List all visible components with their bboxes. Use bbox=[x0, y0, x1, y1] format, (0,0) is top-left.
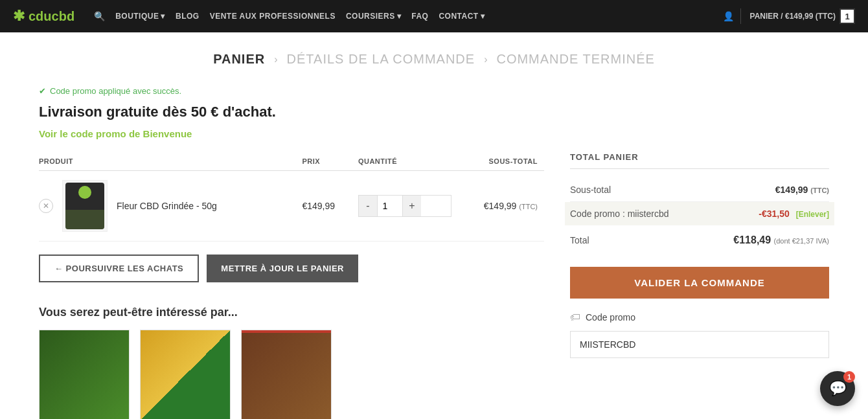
nav-coursiers[interactable]: COURSIERS ▾ bbox=[346, 12, 401, 21]
may-like-item[interactable] bbox=[241, 330, 332, 419]
breadcrumb: PANIER › DÉTAILS DE LA COMMANDE › COMMAN… bbox=[0, 32, 868, 80]
main-layout: PRODUIT PRIX QUANTITÉ SOUS-TOTAL ✕ bbox=[39, 152, 829, 419]
promo-bienvenue-link[interactable]: Voir le code promo de Bienvenue bbox=[39, 128, 829, 139]
summary-title: TOTAL PANIER bbox=[570, 152, 829, 169]
chat-icon: 💬 bbox=[829, 380, 847, 397]
may-like-title: Vous serez peut-être intéressé par... bbox=[39, 306, 544, 319]
cart-label: PANIER / €149,99 (TTC) bbox=[750, 12, 836, 21]
table-row: ✕ Fleur CBD Grindée - 50g €149,99 - bbox=[39, 171, 544, 242]
continue-shopping-button[interactable]: ← POURSUIVRE LES ACHATS bbox=[39, 255, 199, 282]
product-quantity: - + bbox=[358, 171, 458, 242]
nav-faq[interactable]: FAQ bbox=[411, 12, 428, 21]
product-price: €149,99 bbox=[302, 171, 358, 242]
cart-actions: ← POURSUIVRE LES ACHATS METTRE À JOUR LE… bbox=[39, 255, 544, 282]
total-label: Total bbox=[570, 235, 589, 245]
nav-blog[interactable]: BLOG bbox=[176, 12, 200, 21]
promo-toggle[interactable]: 🏷 Code promo bbox=[570, 311, 829, 323]
breadcrumb-terminee[interactable]: COMMANDE TERMINÉE bbox=[496, 52, 654, 67]
promo-code-section: 🏷 Code promo bbox=[570, 311, 829, 358]
quantity-increase-button[interactable]: + bbox=[403, 196, 421, 216]
breadcrumb-panier[interactable]: PANIER bbox=[213, 52, 265, 67]
checkout-button[interactable]: VALIDER LA COMMANDE bbox=[570, 267, 829, 299]
breadcrumb-chevron-2: › bbox=[484, 54, 487, 65]
breadcrumb-chevron-1: › bbox=[274, 54, 277, 65]
subtotal-label: Sous-total bbox=[570, 185, 611, 195]
quantity-control: - + bbox=[358, 195, 451, 217]
cart-count: 1 bbox=[839, 8, 855, 24]
quantity-input[interactable] bbox=[377, 196, 403, 216]
product-image-inner bbox=[65, 183, 104, 229]
summary-subtotal-row: Sous-total €149,99 (TTC) bbox=[570, 178, 829, 202]
promo-section-label: Code promo bbox=[586, 312, 635, 323]
may-like-items bbox=[39, 330, 544, 419]
product-image bbox=[62, 180, 108, 232]
remove-promo-link[interactable]: [Enlever] bbox=[796, 210, 829, 219]
total-value: €118,49 (dont €21,37 IVA) bbox=[733, 234, 829, 246]
may-like-item[interactable] bbox=[140, 330, 231, 419]
account-icon[interactable]: 👤 bbox=[723, 11, 734, 21]
search-icon[interactable]: 🔍 bbox=[94, 11, 105, 21]
product-name: Fleur CBD Grindée - 50g bbox=[117, 201, 217, 211]
breadcrumb-details[interactable]: DÉTAILS DE LA COMMANDE bbox=[287, 52, 475, 67]
chevron-down-icon: ▾ bbox=[481, 12, 485, 21]
summary-total-row: Total €118,49 (dont €21,37 IVA) bbox=[570, 225, 829, 255]
summary-promo-row: Code promo : miistercbd -€31,50 [Enlever… bbox=[565, 202, 834, 225]
may-like-item[interactable] bbox=[39, 330, 130, 419]
main-content: Code promo appliqué avec succès. Livrais… bbox=[0, 80, 868, 419]
cart-table: PRODUIT PRIX QUANTITÉ SOUS-TOTAL ✕ bbox=[39, 152, 544, 242]
promo-code-input[interactable] bbox=[570, 331, 829, 358]
cart-button[interactable]: PANIER / €149,99 (TTC) 1 bbox=[740, 8, 855, 24]
logo[interactable]: ✱ cducbd bbox=[13, 8, 74, 25]
logo-icon: ✱ bbox=[13, 8, 25, 25]
nav-contact[interactable]: CONTACT ▾ bbox=[439, 12, 485, 21]
col-sous-total: SOUS-TOTAL bbox=[458, 152, 544, 171]
product-cell: ✕ Fleur CBD Grindée - 50g bbox=[39, 171, 302, 242]
chevron-down-icon: ▾ bbox=[397, 12, 402, 21]
cart-section: PRODUIT PRIX QUANTITÉ SOUS-TOTAL ✕ bbox=[39, 152, 544, 419]
chat-badge: 1 bbox=[843, 371, 855, 383]
chevron-down-icon: ▾ bbox=[161, 12, 165, 21]
quantity-decrease-button[interactable]: - bbox=[359, 196, 377, 216]
nav-boutique[interactable]: BOUTIQUE ▾ bbox=[115, 12, 165, 21]
tag-icon: 🏷 bbox=[570, 311, 580, 323]
col-prix: PRIX bbox=[302, 152, 358, 171]
remove-product-button[interactable]: ✕ bbox=[39, 199, 53, 213]
header-right: 👤 PANIER / €149,99 (TTC) 1 bbox=[723, 8, 855, 24]
product-subtotal: €149,99 (TTC) bbox=[458, 171, 544, 242]
logo-text: cducbd bbox=[29, 9, 74, 24]
may-like-section: Vous serez peut-être intéressé par... bbox=[39, 306, 544, 419]
promo-success-message: Code promo appliqué avec succès. bbox=[39, 86, 829, 96]
subtotal-value: €149,99 (TTC) bbox=[775, 185, 829, 195]
nav-vente[interactable]: VENTE AUX PROFESSIONNELS bbox=[210, 12, 336, 21]
col-quantite: QUANTITÉ bbox=[358, 152, 458, 171]
main-nav: 🔍 BOUTIQUE ▾ BLOG VENTE AUX PROFESSIONNE… bbox=[94, 11, 709, 21]
col-produit: PRODUIT bbox=[39, 152, 302, 171]
update-cart-button[interactable]: METTRE À JOUR LE PANIER bbox=[207, 255, 358, 282]
header: ✱ cducbd 🔍 BOUTIQUE ▾ BLOG VENTE AUX PRO… bbox=[0, 0, 868, 32]
promo-label: Code promo : miistercbd bbox=[570, 209, 669, 219]
may-like-badge bbox=[242, 330, 331, 333]
shipping-notice: Livraison gratuite dès 50 € d'achat. bbox=[39, 104, 829, 120]
summary-section: TOTAL PANIER Sous-total €149,99 (TTC) Co… bbox=[570, 152, 829, 419]
chat-widget[interactable]: 💬 1 bbox=[820, 371, 855, 406]
promo-value: -€31,50 [Enlever] bbox=[759, 209, 829, 219]
